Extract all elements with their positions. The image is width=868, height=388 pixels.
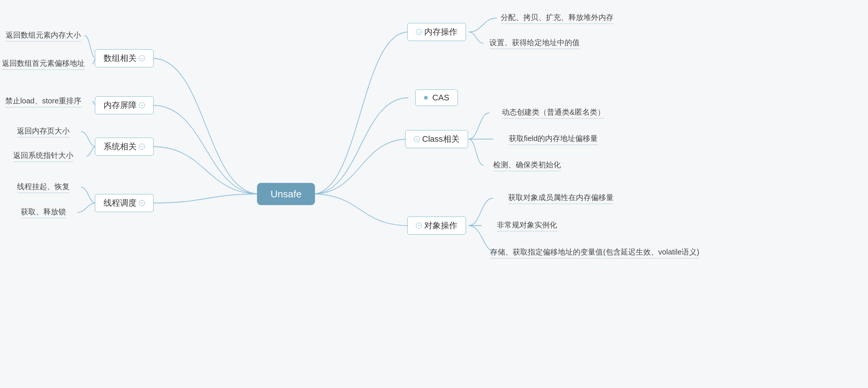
memory-label: 内存操作 bbox=[424, 26, 457, 38]
node-memory[interactable]: − 内存操作 bbox=[407, 23, 466, 41]
leaf-text: 检测、确保类初始化 bbox=[493, 160, 561, 171]
object-label: 对象操作 bbox=[424, 220, 457, 231]
cas-dot bbox=[424, 96, 428, 100]
leaf-text: 返回内存页大小 bbox=[17, 126, 70, 138]
node-system[interactable]: 系统相关 − bbox=[95, 138, 154, 156]
leaf-thread-2: 获取、释放锁 bbox=[21, 207, 66, 218]
collapse-icon-object[interactable]: − bbox=[416, 223, 422, 229]
leaf-text: 设置、获得给定地址中的值 bbox=[489, 38, 580, 49]
leaf-class-3: 检测、确保类初始化 bbox=[493, 160, 561, 171]
leaf-object-3: 存储、获取指定偏移地址的变量值(包含延迟生效、volatile语义) bbox=[490, 247, 699, 259]
collapse-icon-memory[interactable]: − bbox=[416, 29, 422, 35]
collapse-icon-class[interactable]: − bbox=[414, 136, 420, 142]
class-label: Class相关 bbox=[422, 133, 459, 145]
leaf-system-1: 返回内存页大小 bbox=[17, 126, 70, 138]
leaf-text: 分配、拷贝、扩充、释放堆外内存 bbox=[501, 12, 614, 24]
system-label: 系统相关 bbox=[104, 141, 137, 152]
array-label: 数组相关 bbox=[104, 53, 137, 64]
leaf-text: 获取、释放锁 bbox=[21, 207, 66, 218]
node-object[interactable]: − 对象操作 bbox=[407, 217, 466, 235]
leaf-object-1: 获取对象成员属性在内存偏移量 bbox=[508, 192, 614, 204]
leaf-class-2: 获取field的内存地址偏移量 bbox=[509, 133, 598, 145]
leaf-text: 获取field的内存地址偏移量 bbox=[509, 133, 598, 145]
node-cas[interactable]: CAS bbox=[415, 89, 458, 106]
leaf-object-2: 非常规对象实例化 bbox=[497, 220, 557, 232]
leaf-text: 返回数组元素内存大小 bbox=[6, 30, 81, 42]
leaf-text: 禁止load、store重排序 bbox=[5, 96, 81, 108]
leaf-text: 返回数组首元素偏移地址 bbox=[2, 58, 85, 70]
leaf-array-2: 返回数组首元素偏移地址 bbox=[2, 58, 85, 70]
node-thread[interactable]: 线程调度 − bbox=[95, 194, 154, 212]
leaf-system-2: 返回系统指针大小 bbox=[13, 150, 73, 162]
leaf-memory-2: 设置、获得给定地址中的值 bbox=[489, 38, 580, 49]
leaf-membarrier-1: 禁止load、store重排序 bbox=[5, 96, 81, 108]
leaf-text: 返回系统指针大小 bbox=[13, 150, 73, 162]
node-array[interactable]: 数组相关 − bbox=[95, 49, 154, 67]
leaf-text: 动态创建类（普通类&匿名类） bbox=[502, 107, 605, 119]
leaf-text: 获取对象成员属性在内存偏移量 bbox=[508, 192, 614, 204]
leaf-thread-1: 线程挂起、恢复 bbox=[17, 182, 70, 193]
node-membarrier[interactable]: 内存屏障 − bbox=[95, 96, 154, 114]
center-label: Unsafe bbox=[271, 188, 302, 200]
collapse-icon-membarrier[interactable]: − bbox=[139, 102, 145, 108]
cas-label: CAS bbox=[432, 93, 449, 103]
leaf-text: 线程挂起、恢复 bbox=[17, 182, 70, 193]
leaf-class-1: 动态创建类（普通类&匿名类） bbox=[502, 107, 605, 119]
leaf-text: 非常规对象实例化 bbox=[497, 220, 557, 232]
collapse-icon-thread[interactable]: − bbox=[139, 200, 145, 206]
collapse-icon-array[interactable]: − bbox=[139, 55, 145, 61]
membarrier-label: 内存屏障 bbox=[104, 100, 137, 111]
leaf-array-1: 返回数组元素内存大小 bbox=[6, 30, 81, 42]
leaf-text: 存储、获取指定偏移地址的变量值(包含延迟生效、volatile语义) bbox=[490, 247, 699, 259]
center-node: Unsafe bbox=[257, 183, 315, 205]
leaf-memory-1: 分配、拷贝、扩充、释放堆外内存 bbox=[501, 12, 614, 24]
node-class[interactable]: − Class相关 bbox=[405, 130, 468, 148]
mind-map: Unsafe 数组相关 − 返回数组元素内存大小 返回数组首元素偏移地址 内存屏… bbox=[0, 0, 868, 388]
thread-label: 线程调度 bbox=[104, 197, 137, 209]
collapse-icon-system[interactable]: − bbox=[139, 144, 145, 150]
